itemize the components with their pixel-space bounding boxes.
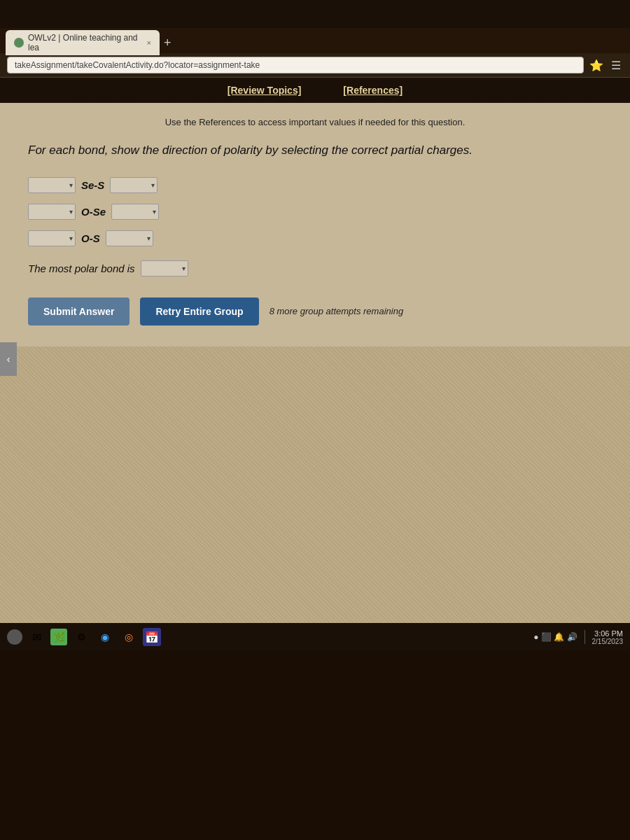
- references-note: Use the References to access important v…: [28, 117, 602, 127]
- nav-bar: [Review Topics] [References]: [0, 78, 630, 103]
- taskbar-app3[interactable]: ⚙: [71, 627, 91, 647]
- favorites-icon[interactable]: ⭐: [589, 58, 603, 72]
- bond2-left-select[interactable]: δ+ δ-: [28, 204, 76, 220]
- bond3-right-select[interactable]: δ+ δ-: [106, 230, 153, 246]
- references-link[interactable]: [References]: [343, 85, 402, 96]
- most-polar-row: The most polar bond is Se-S O-Se O-S: [28, 260, 602, 276]
- bond2-label: O-Se: [81, 206, 106, 218]
- attempts-remaining-text: 8 more group attempts remaining: [270, 306, 403, 316]
- bond3-label: O-S: [81, 232, 100, 244]
- content-spacer: [0, 346, 630, 640]
- review-topics-link[interactable]: [Review Topics]: [227, 85, 302, 96]
- question-text: For each bond, show the direction of pol…: [28, 141, 602, 160]
- most-polar-label: The most polar bond is: [28, 262, 135, 274]
- bond3-left-select[interactable]: δ+ δ-: [28, 230, 76, 246]
- clock-time: 3:06 PM: [592, 629, 624, 638]
- taskbar: ✉ 🌿 ⚙ ◉ ◎ 📅 ● ⬛ 🔔 🔊 3:06 PM 2/15/2023: [0, 623, 630, 651]
- time-display: 3:06 PM 2/15/2023: [592, 629, 624, 645]
- browser-tab[interactable]: OWLv2 | Online teaching and lea ×: [6, 30, 160, 55]
- bond1-left-select[interactable]: δ+ δ-: [28, 177, 76, 193]
- button-area: Submit Answer Retry Entire Group 8 more …: [28, 298, 602, 326]
- taskbar-app5[interactable]: ◎: [119, 627, 139, 647]
- taskbar-start[interactable]: [7, 629, 22, 645]
- clock-date: 2/15/2023: [592, 638, 624, 645]
- url-text: takeAssignment/takeCovalentActivity.do?l…: [15, 60, 260, 70]
- taskbar-app4[interactable]: ◉: [95, 627, 115, 647]
- bond2-right-select[interactable]: δ+ δ-: [111, 204, 159, 220]
- new-tab-button[interactable]: +: [164, 36, 172, 49]
- bond1-label: Se-S: [81, 179, 104, 191]
- question-container: Use the References to access important v…: [0, 103, 630, 346]
- tab-title: OWLv2 | Online teaching and lea: [28, 33, 140, 52]
- taskbar-app6[interactable]: 📅: [143, 628, 161, 646]
- taskbar-icons: ✉ 🌿 ⚙ ◉ ◎ 📅: [7, 627, 161, 647]
- bond-row-o-se: δ+ δ- O-Se δ+ δ-: [28, 204, 602, 220]
- address-bar[interactable]: takeAssignment/takeCovalentActivity.do?l…: [7, 57, 584, 74]
- taskbar-app2[interactable]: 🌿: [50, 629, 67, 645]
- left-nav-arrow[interactable]: ‹: [0, 342, 17, 376]
- most-polar-select[interactable]: Se-S O-Se O-S: [141, 260, 188, 276]
- sys-tray: ● ⬛ 🔔 🔊 3:06 PM 2/15/2023: [533, 629, 623, 645]
- taskbar-app1[interactable]: ✉: [27, 627, 46, 647]
- bond1-right-select[interactable]: δ+ δ-: [110, 177, 158, 193]
- bond-row-o-s: δ+ δ- O-S δ+ δ-: [28, 230, 602, 246]
- tab-close-button[interactable]: ×: [147, 38, 151, 47]
- bottom-dark-area: [0, 651, 630, 840]
- tab-favicon: [14, 38, 24, 48]
- bond-row-se-s: δ+ δ- Se-S δ+ δ-: [28, 177, 602, 193]
- settings-icon[interactable]: ☰: [609, 58, 623, 72]
- retry-entire-group-button[interactable]: Retry Entire Group: [140, 298, 258, 326]
- sys-tray-icons: ● ⬛ 🔔 🔊: [533, 632, 577, 642]
- submit-answer-button[interactable]: Submit Answer: [28, 298, 130, 326]
